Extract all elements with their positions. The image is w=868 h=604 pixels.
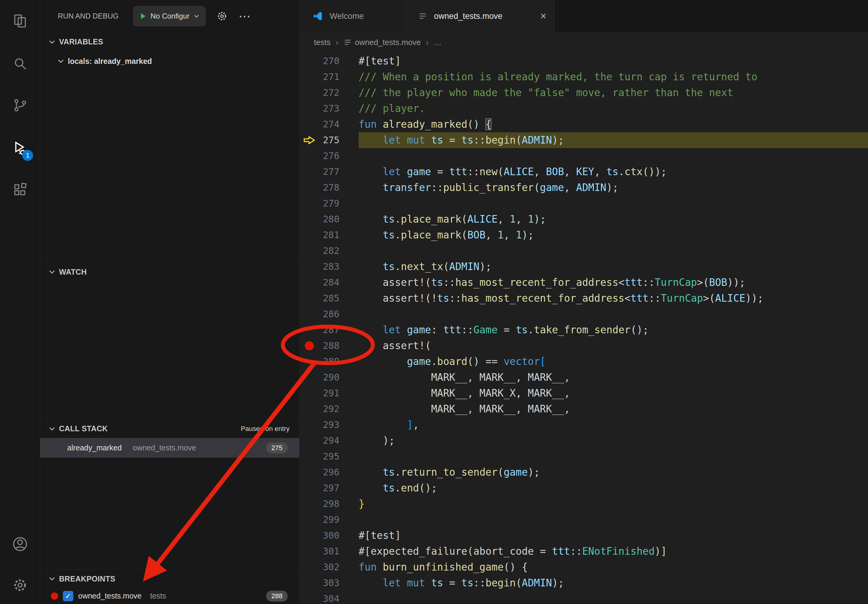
gutter-glyph-margin[interactable] <box>299 259 319 275</box>
code-line-288[interactable]: 288 assert!( <box>299 338 868 354</box>
line-number[interactable]: 280 <box>319 211 339 227</box>
gutter-glyph-margin[interactable] <box>299 243 319 259</box>
code-line-281[interactable]: 281 ts.place_mark(BOB, 1, 1); <box>299 227 868 243</box>
gutter-glyph-margin[interactable] <box>299 306 319 322</box>
tab-owned-tests-move[interactable]: owned_tests.move × <box>405 0 555 32</box>
line-number[interactable]: 281 <box>319 227 339 243</box>
gutter-glyph-margin[interactable] <box>299 354 319 370</box>
line-number[interactable]: 276 <box>319 148 339 164</box>
source-control-icon[interactable] <box>0 88 40 122</box>
gutter-glyph-margin[interactable] <box>299 370 319 385</box>
gutter-glyph-margin[interactable] <box>299 116 319 132</box>
line-number[interactable]: 271 <box>319 69 339 85</box>
gutter-glyph-margin[interactable] <box>299 401 319 417</box>
watch-section-header[interactable]: WATCH <box>40 262 299 282</box>
gutter-glyph-margin[interactable] <box>299 338 319 354</box>
code-line-270[interactable]: 270#[test] <box>299 53 868 69</box>
gutter-glyph-margin[interactable] <box>299 69 319 85</box>
start-debug-icon[interactable] <box>139 12 147 20</box>
line-number[interactable]: 284 <box>319 275 339 290</box>
line-number[interactable]: 277 <box>319 164 339 180</box>
debug-gear-icon[interactable] <box>216 10 228 22</box>
line-number[interactable]: 292 <box>319 401 339 417</box>
gutter-glyph-margin[interactable] <box>299 449 319 465</box>
code-line-294[interactable]: 294 ); <box>299 433 868 449</box>
settings-gear-icon[interactable] <box>0 568 40 602</box>
gutter-glyph-margin[interactable] <box>299 275 319 290</box>
line-number[interactable]: 296 <box>319 465 339 480</box>
gutter-glyph-margin[interactable] <box>299 53 319 69</box>
breakpoint-checkbox[interactable] <box>63 591 73 601</box>
line-number[interactable]: 291 <box>319 385 339 401</box>
line-number[interactable]: 272 <box>319 85 339 101</box>
code-line-289[interactable]: 289 game.board() == vector[ <box>299 354 868 370</box>
line-number[interactable]: 298 <box>319 496 339 512</box>
breadcrumb-folder[interactable]: tests <box>314 38 330 47</box>
gutter-glyph-margin[interactable] <box>299 290 319 306</box>
call-stack-section-header[interactable]: CALL STACK Paused on entry <box>40 419 299 438</box>
code-line-286[interactable]: 286 <box>299 306 868 322</box>
gutter-glyph-margin[interactable] <box>299 575 319 591</box>
code-line-295[interactable]: 295 <box>299 449 868 465</box>
line-number[interactable]: 299 <box>319 512 339 528</box>
line-number[interactable]: 273 <box>319 101 339 116</box>
line-number[interactable]: 270 <box>319 53 339 69</box>
gutter-glyph-margin[interactable] <box>299 496 319 512</box>
code-line-284[interactable]: 284 assert!(ts::has_most_recent_for_addr… <box>299 275 868 290</box>
gutter-glyph-margin[interactable] <box>299 465 319 480</box>
gutter-glyph-margin[interactable] <box>299 132 319 148</box>
line-number[interactable]: 301 <box>319 544 339 559</box>
line-number[interactable]: 275 <box>319 132 339 148</box>
line-number[interactable]: 278 <box>319 180 339 195</box>
gutter-glyph-margin[interactable] <box>299 211 319 227</box>
code-line-275[interactable]: 275 let mut ts = ts::begin(ADMIN); <box>299 132 868 148</box>
call-stack-frame[interactable]: already_marked owned_tests.move 275 <box>40 438 299 458</box>
line-number[interactable]: 287 <box>319 322 339 338</box>
extensions-icon[interactable] <box>0 173 40 206</box>
code-line-290[interactable]: 290 MARK__, MARK__, MARK__, <box>299 370 868 385</box>
line-number[interactable]: 289 <box>319 354 339 370</box>
gutter-glyph-margin[interactable] <box>299 528 319 544</box>
line-number[interactable]: 274 <box>319 116 339 132</box>
gutter-glyph-margin[interactable] <box>299 180 319 195</box>
code-line-282[interactable]: 282 <box>299 243 868 259</box>
gutter-glyph-margin[interactable] <box>299 433 319 449</box>
code-line-283[interactable]: 283 ts.next_tx(ADMIN); <box>299 259 868 275</box>
close-icon[interactable]: × <box>540 11 547 22</box>
breadcrumb-file[interactable]: owned_tests.move <box>355 38 421 47</box>
code-line-301[interactable]: 301#[expected_failure(abort_code = ttt::… <box>299 544 868 559</box>
code-line-300[interactable]: 300#[test] <box>299 528 868 544</box>
line-number[interactable]: 293 <box>319 417 339 433</box>
account-icon[interactable] <box>0 527 40 561</box>
gutter-glyph-margin[interactable] <box>299 480 319 496</box>
code-line-273[interactable]: 273/// player. <box>299 101 868 116</box>
breadcrumb-symbol[interactable]: … <box>434 38 442 47</box>
debug-config-dropdown[interactable]: No Configur <box>133 6 206 26</box>
code-line-298[interactable]: 298} <box>299 496 868 512</box>
line-number[interactable]: 279 <box>319 195 339 211</box>
line-number[interactable]: 302 <box>319 559 339 575</box>
gutter-glyph-margin[interactable] <box>299 591 319 604</box>
gutter-glyph-margin[interactable] <box>299 85 319 101</box>
code-line-296[interactable]: 296 ts.return_to_sender(game); <box>299 465 868 480</box>
run-debug-icon[interactable]: 1 <box>0 132 40 165</box>
gutter-glyph-margin[interactable] <box>299 101 319 116</box>
code-line-271[interactable]: 271/// When a position is already marked… <box>299 69 868 85</box>
breakpoint-list-item[interactable]: owned_tests.move tests 288 <box>40 588 299 604</box>
variables-scope-locals[interactable]: locals: already_marked <box>40 51 299 71</box>
search-icon[interactable] <box>0 47 40 80</box>
gutter-glyph-margin[interactable] <box>299 544 319 559</box>
code-line-276[interactable]: 276 <box>299 148 868 164</box>
code-line-285[interactable]: 285 assert!(!ts::has_most_recent_for_add… <box>299 290 868 306</box>
line-number[interactable]: 297 <box>319 480 339 496</box>
gutter-glyph-margin[interactable] <box>299 164 319 180</box>
code-line-293[interactable]: 293 ], <box>299 417 868 433</box>
line-number[interactable]: 295 <box>319 449 339 465</box>
line-number[interactable]: 300 <box>319 528 339 544</box>
code-line-297[interactable]: 297 ts.end(); <box>299 480 868 496</box>
gutter-glyph-margin[interactable] <box>299 512 319 528</box>
line-number[interactable]: 290 <box>319 370 339 385</box>
gutter-glyph-margin[interactable] <box>299 417 319 433</box>
line-number[interactable]: 304 <box>319 591 339 604</box>
gutter-glyph-margin[interactable] <box>299 227 319 243</box>
